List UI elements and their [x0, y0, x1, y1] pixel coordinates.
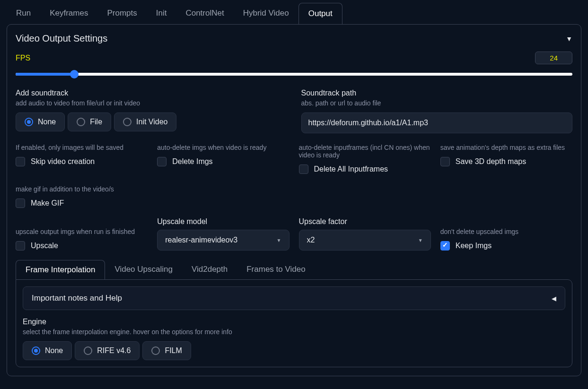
soundtrack-path-hint: abs. path or url to audio file — [301, 99, 573, 107]
upscale-checkbox[interactable]: Upscale — [16, 241, 148, 251]
tab-keyframes[interactable]: Keyframes — [40, 3, 97, 24]
main-tabs: Run Keyframes Prompts Init ControlNet Hy… — [0, 0, 588, 24]
delete-imgs-hint: auto-delete imgs when video is ready — [157, 144, 289, 151]
chevron-down-icon: ▼ — [418, 238, 423, 243]
soundtrack-init-video[interactable]: Init Video — [114, 112, 176, 131]
chevron-down-icon[interactable]: ▼ — [566, 35, 572, 43]
tab-run[interactable]: Run — [7, 3, 40, 24]
section-header[interactable]: Video Output Settings ▼ — [16, 33, 572, 44]
output-panel: Video Output Settings ▼ FPS 24 Add sound… — [7, 24, 581, 376]
engine-film[interactable]: FILM — [142, 341, 191, 360]
frame-interpolation-panel: Important notes and Help ◀ Engine select… — [16, 279, 572, 367]
delete-imgs-checkbox[interactable]: Delete Imgs — [157, 157, 289, 166]
upscale-model-label: Upscale model — [157, 217, 289, 226]
soundtrack-radio-group: None File Init Video — [16, 112, 287, 131]
tab-output[interactable]: Output — [298, 3, 342, 24]
section-title: Video Output Settings — [16, 33, 107, 44]
upscale-hint: upscale output imgs when run is finished — [16, 228, 148, 235]
subtab-frame-interpolation[interactable]: Frame Interpolation — [16, 260, 105, 279]
engine-label: Engine — [23, 318, 565, 326]
save-depth-hint: save animation's depth maps as extra fil… — [440, 144, 572, 151]
engine-none[interactable]: None — [23, 341, 72, 360]
delete-input-checkbox[interactable]: Delete All Inputframes — [299, 164, 431, 174]
subtab-video-upscaling[interactable]: Video Upscaling — [105, 260, 182, 279]
keep-imgs-checkbox[interactable]: Keep Imgs — [440, 241, 572, 251]
slider-thumb[interactable] — [70, 70, 79, 78]
sub-tabs: Frame Interpolation Video Upscaling Vid2… — [16, 260, 572, 279]
fps-slider[interactable] — [16, 73, 572, 76]
tab-init[interactable]: Init — [147, 3, 176, 24]
fps-value[interactable]: 24 — [535, 52, 572, 64]
keep-imgs-hint: don't delete upscaled imgs — [440, 228, 572, 235]
skip-video-checkbox[interactable]: Skip video creation — [16, 157, 148, 166]
fps-label: FPS — [16, 54, 30, 62]
notes-accordion[interactable]: Important notes and Help ◀ — [23, 286, 565, 310]
make-gif-hint: make gif in addition to the video/s — [16, 185, 148, 193]
engine-hint: select the frame interpolation engine. h… — [23, 328, 565, 336]
delete-input-hint: auto-delete inputframes (incl CN ones) w… — [299, 144, 431, 159]
engine-rife[interactable]: RIFE v4.6 — [75, 341, 140, 360]
soundtrack-none[interactable]: None — [16, 112, 65, 131]
upscale-factor-select[interactable]: x2 ▼ — [299, 230, 431, 251]
tab-prompts[interactable]: Prompts — [97, 3, 146, 24]
soundtrack-label: Add soundtrack — [16, 89, 287, 97]
upscale-factor-label: Upscale factor — [299, 217, 431, 226]
subtab-frames-to-video[interactable]: Frames to Video — [237, 260, 315, 279]
tab-hybrid-video[interactable]: Hybrid Video — [234, 3, 298, 24]
save-depth-checkbox[interactable]: Save 3D depth maps — [440, 157, 572, 166]
chevron-down-icon: ▼ — [277, 238, 281, 243]
soundtrack-path-input[interactable] — [301, 112, 573, 133]
soundtrack-file[interactable]: File — [68, 112, 111, 131]
engine-radio-group: None RIFE v4.6 FILM — [23, 341, 565, 360]
tab-controlnet[interactable]: ControlNet — [176, 3, 233, 24]
make-gif-checkbox[interactable]: Make GIF — [16, 199, 148, 208]
upscale-model-select[interactable]: realesr-animevideov3 ▼ — [157, 230, 289, 251]
soundtrack-hint: add audio to video from file/url or init… — [16, 99, 287, 107]
skip-video-hint: If enabled, only images will be saved — [16, 144, 148, 151]
soundtrack-path-label: Soundtrack path — [301, 89, 573, 97]
subtab-vid2depth[interactable]: Vid2depth — [182, 260, 237, 279]
chevron-left-icon: ◀ — [552, 295, 556, 302]
